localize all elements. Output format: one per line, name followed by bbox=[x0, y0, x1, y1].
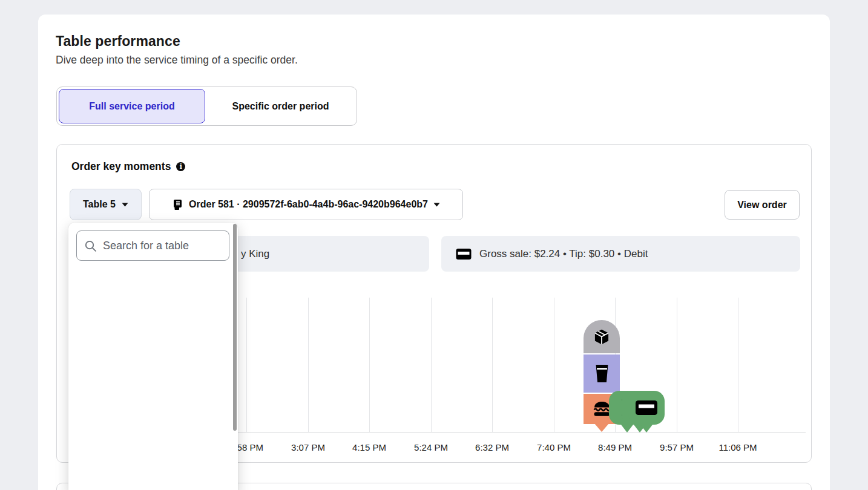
time-tick: 7:40 PM bbox=[527, 442, 581, 452]
gridline bbox=[492, 298, 493, 432]
gridline bbox=[246, 298, 247, 432]
tab-full-service-period[interactable]: Full service period bbox=[59, 89, 205, 123]
package-icon bbox=[593, 328, 610, 345]
credit-card-icon bbox=[635, 399, 658, 416]
time-tick: 11:06 PM bbox=[711, 442, 765, 452]
gridline bbox=[677, 298, 677, 432]
gridline bbox=[369, 298, 370, 432]
page-subtitle: Dive deep into the service timing of a s… bbox=[56, 54, 298, 67]
info-icon[interactable]: i bbox=[176, 162, 185, 171]
marker-pointer bbox=[621, 425, 633, 433]
view-order-button[interactable]: View order bbox=[725, 190, 800, 220]
order-selector[interactable]: Order 581 · 2909572f-6ab0-4a4b-96ac-9420… bbox=[149, 189, 463, 220]
marker-pointer bbox=[594, 423, 609, 432]
time-tick: 6:32 PM bbox=[465, 442, 519, 452]
table-selector[interactable]: Table 5 bbox=[70, 189, 142, 220]
gridline bbox=[431, 298, 432, 432]
receipt-printer-icon bbox=[172, 199, 183, 211]
gridline bbox=[554, 298, 554, 432]
table-selector-label: Table 5 bbox=[83, 199, 116, 210]
gridline bbox=[308, 298, 309, 432]
marker-pointer bbox=[640, 425, 653, 433]
tab-specific-order-period[interactable]: Specific order period bbox=[206, 89, 355, 123]
period-tabs: Full service period Specific order perio… bbox=[56, 87, 357, 126]
page-title: Table performance bbox=[56, 33, 180, 50]
gridline bbox=[738, 298, 738, 432]
chevron-down-icon bbox=[122, 203, 128, 207]
tab-label: Full service period bbox=[89, 101, 174, 112]
server-chip-text: y King bbox=[241, 248, 269, 260]
screen: Table performance Dive deep into the ser… bbox=[0, 0, 868, 490]
burger-icon bbox=[593, 401, 611, 417]
time-tick: 9:57 PM bbox=[649, 442, 704, 452]
table-search-input[interactable] bbox=[103, 240, 212, 252]
order-selector-label: Order 581 · 2909572f-6ab0-4a4b-96ac-9420… bbox=[189, 199, 428, 210]
time-tick: 5:24 PM bbox=[404, 442, 458, 452]
time-tick: 4:15 PM bbox=[342, 442, 396, 452]
view-order-label: View order bbox=[737, 200, 787, 211]
card-title: Order key moments i bbox=[71, 160, 185, 173]
credit-card-icon bbox=[456, 248, 472, 260]
tab-label: Specific order period bbox=[232, 101, 329, 112]
marker-payment[interactable] bbox=[628, 391, 665, 425]
table-search bbox=[76, 230, 229, 261]
card-title-text: Order key moments bbox=[71, 160, 171, 173]
payment-chip: Gross sale: $2.24 • Tip: $0.30 • Debit bbox=[441, 236, 800, 272]
time-tick: 3:07 PM bbox=[281, 442, 335, 452]
marker-order-placed[interactable] bbox=[584, 320, 620, 353]
table-dropdown-panel: Table 1 Table 2 Table 3 Table 4 Table 5 … bbox=[68, 223, 238, 490]
marker-drinks[interactable] bbox=[584, 354, 620, 393]
drink-icon bbox=[594, 364, 610, 383]
chevron-down-icon bbox=[433, 203, 440, 207]
payment-chip-text: Gross sale: $2.24 • Tip: $0.30 • Debit bbox=[479, 248, 648, 260]
dropdown-scrollbar[interactable] bbox=[233, 224, 237, 431]
search-icon bbox=[84, 240, 97, 252]
time-tick: 8:49 PM bbox=[588, 442, 642, 452]
